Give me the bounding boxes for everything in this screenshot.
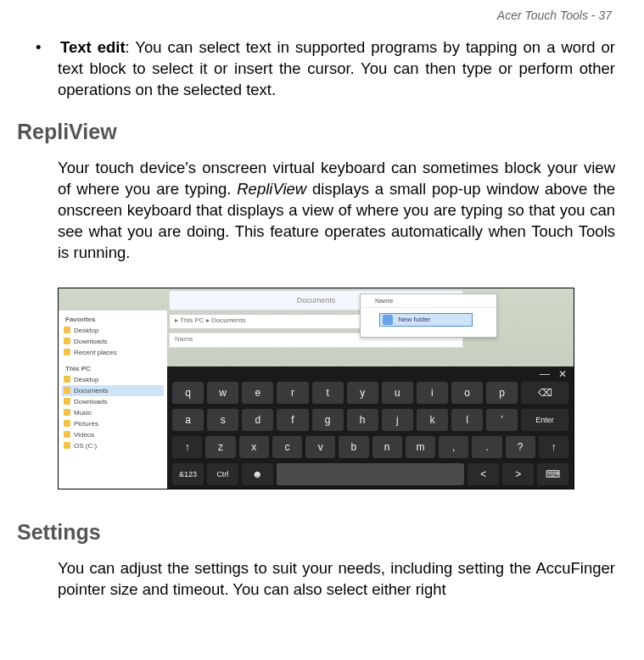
key-question[interactable]: ? xyxy=(506,436,535,458)
section-heading-repliview: RepliView xyxy=(17,120,615,144)
key-shift-right[interactable]: ↑ xyxy=(539,436,568,458)
key-t[interactable]: t xyxy=(312,382,344,404)
keyboard-rows: q w e r t y u i o p ⌫ a s d f g xyxy=(172,382,568,485)
key-keyboard-switch[interactable]: ⌨ xyxy=(537,463,568,485)
key-k[interactable]: k xyxy=(417,409,448,431)
key-period[interactable]: . xyxy=(472,436,501,458)
key-apostrophe[interactable]: ' xyxy=(486,409,518,431)
key-x[interactable]: x xyxy=(239,436,269,458)
key-m[interactable]: m xyxy=(406,436,435,458)
sidebar-item[interactable]: Desktop xyxy=(62,325,164,336)
keyboard-row3: ↑ z x c v b n m , . ? ↑ xyxy=(172,436,568,458)
keyboard-row4: &123 Ctrl ☻ < > ⌨ xyxy=(172,463,568,485)
key-h[interactable]: h xyxy=(347,409,378,431)
key-j[interactable]: j xyxy=(382,409,413,431)
key-p[interactable]: p xyxy=(486,382,518,404)
sidebar-fav-list: Favorites Desktop Downloads Recent place… xyxy=(59,310,167,360)
sidebar-item[interactable]: Videos xyxy=(62,429,164,440)
key-f[interactable]: f xyxy=(277,409,308,431)
popup-edit-value: New folder xyxy=(398,316,430,323)
key-d[interactable]: d xyxy=(242,409,273,431)
keyboard-row1: q w e r t y u i o p ⌫ xyxy=(172,382,568,404)
bullet-item: • Text edit: You can select text in supp… xyxy=(58,37,615,101)
key-r[interactable]: r xyxy=(277,382,308,404)
key-ctrl[interactable]: Ctrl xyxy=(207,463,238,485)
sidebar-pc-list: This PC Desktop Documents Downloads Musi… xyxy=(59,360,167,453)
key-backspace[interactable]: ⌫ xyxy=(521,382,568,404)
sidebar-item[interactable]: Pictures xyxy=(62,418,164,429)
key-z[interactable]: z xyxy=(205,436,235,458)
key-left[interactable]: < xyxy=(468,463,499,485)
folder-icon xyxy=(383,315,393,325)
key-right[interactable]: > xyxy=(502,463,534,485)
sidebar-pc-header: This PC xyxy=(62,363,164,374)
page: Acer Touch Tools - 37 • Text edit: You c… xyxy=(0,0,644,601)
bullet-label: Text edit xyxy=(60,38,126,56)
key-g[interactable]: g xyxy=(312,409,344,431)
repliview-popup: Name New folder xyxy=(360,294,497,338)
popup-header: Name xyxy=(361,294,496,308)
repliview-figure: Documents ▸ This PC ▸ Documents Name Nam… xyxy=(58,288,574,489)
key-emoji[interactable]: ☻ xyxy=(242,463,273,485)
keyboard-row2: a s d f g h j k l ' Enter xyxy=(172,409,568,431)
popup-header-label: Name xyxy=(375,297,393,305)
key-o[interactable]: o xyxy=(451,382,483,404)
bullet-marker: • xyxy=(36,37,54,59)
key-comma[interactable]: , xyxy=(439,436,468,458)
key-l[interactable]: l xyxy=(451,409,483,431)
sidebar-item[interactable]: Recent places xyxy=(62,347,164,358)
key-b[interactable]: b xyxy=(339,436,368,458)
close-icon[interactable]: ✕ xyxy=(558,368,567,380)
key-u[interactable]: u xyxy=(382,382,413,404)
explorer-sidebar: Favorites Desktop Downloads Recent place… xyxy=(59,310,168,489)
key-q[interactable]: q xyxy=(172,382,204,404)
sidebar-item[interactable]: Music xyxy=(62,407,164,418)
sidebar-item-selected[interactable]: Documents xyxy=(62,385,164,396)
key-a[interactable]: a xyxy=(172,409,204,431)
key-i[interactable]: i xyxy=(417,382,448,404)
sidebar-item[interactable]: Downloads xyxy=(62,336,164,347)
key-enter[interactable]: Enter xyxy=(521,409,568,431)
page-header: Acer Touch Tools - 37 xyxy=(17,8,615,22)
section-heading-settings: Settings xyxy=(17,520,615,545)
key-w[interactable]: w xyxy=(207,382,238,404)
bullet-text: : You can select text in supported progr… xyxy=(58,38,615,98)
sidebar-item[interactable]: OS (C:) xyxy=(62,440,164,451)
sidebar-item[interactable]: Desktop xyxy=(62,374,164,385)
para-italic: RepliView xyxy=(237,180,306,198)
key-e[interactable]: e xyxy=(242,382,273,404)
key-space[interactable] xyxy=(277,463,465,485)
popup-edit-field[interactable]: New folder xyxy=(379,313,473,327)
minimize-icon[interactable]: — xyxy=(540,368,550,380)
key-c[interactable]: c xyxy=(272,436,302,458)
sidebar-item[interactable]: Downloads xyxy=(62,396,164,407)
onscreen-keyboard: — ✕ q w e r t y u i o p ⌫ a xyxy=(167,366,574,489)
sidebar-fav-header: Favorites xyxy=(62,314,164,325)
key-y[interactable]: y xyxy=(347,382,378,404)
key-shift-left[interactable]: ↑ xyxy=(172,436,202,458)
key-n[interactable]: n xyxy=(372,436,402,458)
key-symbols[interactable]: &123 xyxy=(172,463,204,485)
key-v[interactable]: v xyxy=(305,436,335,458)
settings-paragraph: You can adjust the settings to suit your… xyxy=(58,558,615,601)
keyboard-controls: — ✕ xyxy=(540,366,574,382)
key-s[interactable]: s xyxy=(207,409,238,431)
repliview-paragraph: Your touch device's onscreen virtual key… xyxy=(58,158,615,264)
